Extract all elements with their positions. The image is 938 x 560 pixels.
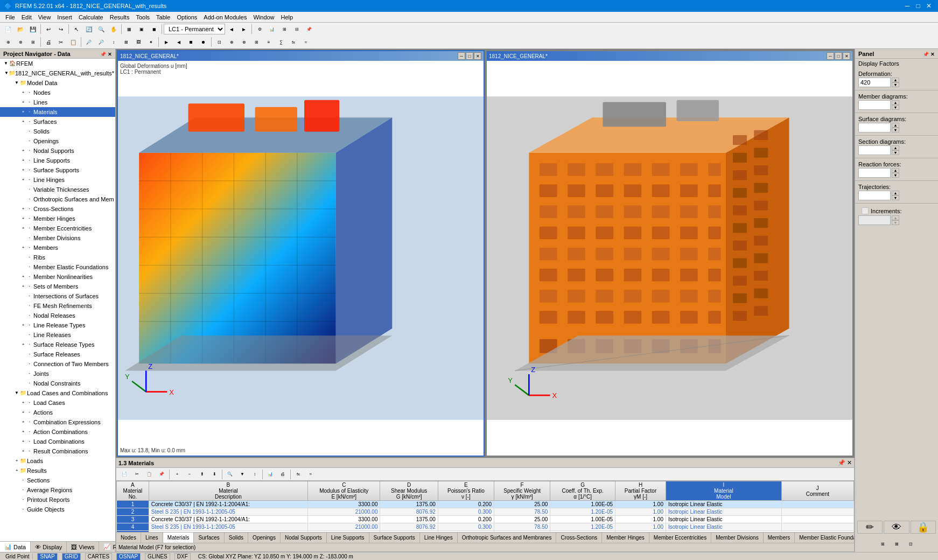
cell-g[interactable]: 1375.00 <box>380 516 438 523</box>
tb-new[interactable]: 📄 <box>2 23 14 35</box>
tab-surface-supports[interactable]: Surface Supports <box>369 533 420 543</box>
tb-render-2[interactable]: ▣ <box>136 23 148 35</box>
ttb-3[interactable]: 📋 <box>143 468 155 480</box>
right-edit-btn[interactable]: ✏ <box>857 521 883 534</box>
cell-model[interactable]: Isotropic Linear Elastic <box>666 516 782 523</box>
cell-gamma[interactable]: 78.50 <box>494 523 550 531</box>
cell-pf[interactable]: 1.00 <box>615 508 666 516</box>
vp-left-max[interactable]: □ <box>466 52 473 60</box>
tree-lines[interactable]: + · Lines <box>0 97 115 107</box>
tree-nodal-releases[interactable]: · Nodal Releases <box>0 311 115 320</box>
menu-file[interactable]: File <box>2 12 18 23</box>
tree-nodal-constraints[interactable]: · Nodal Constraints <box>0 379 115 388</box>
tb-zoom[interactable]: 🔍 <box>95 23 107 35</box>
cell-e[interactable]: 3300.00 <box>308 516 380 523</box>
status-dxf[interactable]: DXF <box>174 553 191 561</box>
viewport-right-content[interactable]: X Y Z <box>487 61 852 456</box>
tb-extra-3[interactable]: 📌 <box>303 23 315 35</box>
lc-dropdown[interactable]: LC1 - Permanent <box>164 24 225 34</box>
cell-model[interactable]: Isotropic Linear Elastic <box>666 508 782 516</box>
tb2-extra-2[interactable]: ∑ <box>275 36 287 48</box>
left-panel-pin[interactable]: 📌 <box>100 52 106 57</box>
tb2-1[interactable]: ⊕ <box>2 36 14 48</box>
tree-results[interactable]: + 📁 Results <box>0 466 115 475</box>
tree-member-eccentricities[interactable]: + · Member Eccentricities <box>0 223 115 233</box>
tab-member-divisions[interactable]: Member Divisions <box>711 533 763 543</box>
ttb-1[interactable]: 📄 <box>118 468 130 480</box>
vp-right-min[interactable]: ─ <box>827 52 834 60</box>
tree-action-combinations[interactable]: + · Action Combinations <box>0 427 115 437</box>
ttb-fx[interactable]: fx <box>292 468 304 480</box>
tb2-extra-3[interactable]: fx <box>288 36 299 48</box>
status-osnap[interactable]: OSNAP <box>116 553 141 561</box>
tb-undo[interactable]: ↩ <box>43 23 54 35</box>
tree-surface-releases[interactable]: · Surface Releases <box>0 349 115 359</box>
cell-g[interactable]: 8076.92 <box>380 508 438 516</box>
status-glines[interactable]: GLINES <box>145 553 170 561</box>
status-grid[interactable]: GRID <box>62 553 81 561</box>
table-row[interactable]: 1 Concrete C30/37 | EN 1992-1-1:2004/A1:… <box>117 501 854 508</box>
surface-diagrams-up[interactable]: ▲ <box>892 123 899 128</box>
tree-surface-supports[interactable]: + · Surface Supports <box>0 165 115 175</box>
cell-pf[interactable]: 1.00 <box>615 516 666 523</box>
menu-view[interactable]: View <box>35 12 54 23</box>
tb2-snap-3[interactable]: ⊗ <box>238 36 250 48</box>
cell-gamma[interactable]: 78.50 <box>494 508 550 516</box>
tree-line-hinges[interactable]: + · Line Hinges <box>0 175 115 185</box>
cell-model[interactable]: Isotropic Linear Elastic <box>666 523 782 531</box>
tab-openings[interactable]: Openings <box>248 533 281 543</box>
tree-line-supports[interactable]: + · Line Supports <box>0 156 115 165</box>
tb2-14[interactable]: ◀ <box>173 36 185 48</box>
tab-views[interactable]: 🖼 Views <box>67 542 99 552</box>
tb2-12[interactable]: ✦ <box>145 36 157 48</box>
cell-pf[interactable]: 1.00 <box>615 523 666 531</box>
right-lock-btn[interactable]: 🔒 <box>911 521 936 534</box>
menu-help[interactable]: Help <box>278 12 297 23</box>
cell-desc[interactable]: Steel S 235 | EN 1993-1-1:2005-05 <box>149 508 307 516</box>
tb-pan[interactable]: ✋ <box>108 23 120 35</box>
tb2-3[interactable]: ⊞ <box>27 36 39 48</box>
maximize-button[interactable]: □ <box>913 1 923 11</box>
trajectories-down[interactable]: ▼ <box>892 195 899 200</box>
reaction-forces-input[interactable] <box>858 168 891 178</box>
tb2-13[interactable]: ▶ <box>160 36 172 48</box>
cell-comment[interactable] <box>781 501 853 508</box>
right-panel-close[interactable]: ✕ <box>930 52 935 57</box>
tree-actions[interactable]: + · Actions <box>0 408 115 417</box>
trajectories-input[interactable] <box>858 191 891 200</box>
section-diagrams-up[interactable]: ▲ <box>892 145 899 150</box>
tree-ortho[interactable]: · Orthotropic Surfaces and Mem <box>0 194 115 204</box>
tb-rotate[interactable]: 🔄 <box>83 23 95 35</box>
tb-extra-1[interactable]: ⊞ <box>278 23 290 35</box>
tab-line-supports[interactable]: Line Supports <box>327 533 369 543</box>
cell-alpha[interactable]: 1.20E-05 <box>550 508 615 516</box>
tree-surfaces[interactable]: + · Surfaces <box>0 117 115 127</box>
right-view-btn[interactable]: 👁 <box>884 521 909 534</box>
tree-cross-sections[interactable]: + · Cross-Sections <box>0 204 115 214</box>
tb2-16[interactable]: ⏺ <box>198 36 209 48</box>
tab-member-hinges[interactable]: Member Hinges <box>602 533 649 543</box>
tb-calculate-btn[interactable]: ⚙ <box>254 23 265 35</box>
tb-extra-2[interactable]: ⊟ <box>291 23 303 35</box>
cell-alpha[interactable]: 1.00E-05 <box>550 516 615 523</box>
tb2-4[interactable]: 🖨 <box>43 36 54 48</box>
tb2-7[interactable]: 🔎 <box>83 36 95 48</box>
increments-input[interactable] <box>858 215 891 225</box>
tb2-11[interactable]: 🖼 <box>132 36 144 48</box>
cell-e[interactable]: 21000.00 <box>308 523 380 531</box>
right-extra-3[interactable]: ⊡ <box>905 538 916 550</box>
tree-combination-expressions[interactable]: + · Combination Expressions <box>0 417 115 427</box>
tab-member-elastic-foundations[interactable]: Member Elastic Foundations <box>795 533 854 543</box>
tree-load-combinations[interactable]: + · Load Combinations <box>0 437 115 446</box>
table-close-icon[interactable]: ✕ <box>847 459 852 466</box>
tb2-8[interactable]: 🔎 <box>95 36 107 48</box>
status-cartes[interactable]: CARTES <box>85 553 112 561</box>
vp-left-min[interactable]: ─ <box>458 52 465 60</box>
cell-e[interactable]: 21000.00 <box>308 508 380 516</box>
increments-down[interactable]: ▼ <box>892 220 899 225</box>
ttb-5[interactable]: + <box>171 468 183 480</box>
tree-guide-objects[interactable]: · Guide Objects <box>0 505 115 514</box>
tree-line-releases[interactable]: · Line Releases <box>0 330 115 340</box>
tree-joints[interactable]: · Joints <box>0 369 115 379</box>
tb2-extra-4[interactable]: ≈ <box>300 36 312 48</box>
